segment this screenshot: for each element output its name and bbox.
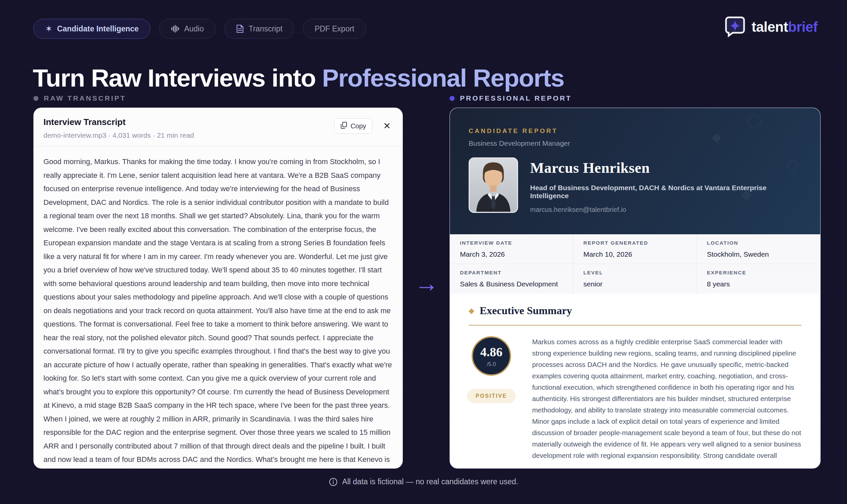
transcript-body[interactable]: Good morning, Markus. Thanks for making …: [33, 146, 403, 469]
nav-label: PDF Export: [314, 24, 354, 33]
fact-value: March 10, 2026: [583, 250, 696, 258]
fact-department: DEPARTMENT Sales & Business Development: [450, 264, 573, 294]
fact-level: LEVEL senior: [573, 264, 697, 294]
executive-summary-text: Markus comes across as a highly credible…: [532, 336, 801, 461]
page-title-accent: Professional Reports: [322, 64, 564, 92]
fact-label: REPORT GENERATED: [583, 240, 696, 246]
transcript-actions: Copy ✕: [334, 118, 393, 134]
bullet-dot-icon: [33, 96, 38, 101]
candidate-facts-grid: INTERVIEW DATE March 3, 2026 REPORT GENE…: [450, 234, 820, 294]
executive-summary-section: ◆ Executive Summary 4.86 /5.0 POSITIVE M…: [450, 294, 820, 461]
nav-audio[interactable]: Audio: [159, 19, 216, 39]
info-icon: [329, 478, 338, 486]
transcript-meta: demo-interview.mp3 · 4,031 words · 21 mi…: [43, 131, 194, 139]
candidate-profile: Marcus Henriksen Head of Business Develo…: [469, 158, 801, 214]
fact-value: Stockholm, Sweden: [707, 250, 820, 258]
fact-value: March 3, 2026: [460, 250, 573, 258]
sentiment-badge: POSITIVE: [467, 389, 516, 403]
section-label-text: RAW TRANSCRIPT: [44, 94, 126, 102]
page-title: Turn Raw Interviews into Professional Re…: [33, 64, 564, 92]
candidate-headline: Head of Business Development, DACH & Nor…: [530, 184, 801, 200]
fact-label: LEVEL: [583, 270, 696, 276]
fact-value: Sales & Business Development: [460, 280, 573, 288]
score-value: 4.86: [480, 345, 503, 359]
score-column: 4.86 /5.0 POSITIVE: [469, 336, 514, 403]
nav-label: Candidate Intelligence: [57, 24, 139, 33]
raw-transcript-section-label: RAW TRANSCRIPT: [33, 94, 126, 102]
app-page: ✶ Candidate Intelligence Audio Transcrip…: [0, 0, 847, 504]
waveform-icon: [171, 24, 180, 33]
close-icon[interactable]: ✕: [381, 120, 393, 133]
fact-value: senior: [583, 280, 696, 288]
professional-report-section-label: PROFESSIONAL REPORT: [450, 94, 572, 102]
copy-icon: [341, 122, 347, 131]
nav-pdf-export[interactable]: PDF Export: [303, 19, 366, 39]
report-header: CANDIDATE REPORT Business Development Ma…: [450, 108, 820, 234]
report-eyebrow: CANDIDATE REPORT: [469, 127, 801, 135]
footer-note: All data is fictional — no real candidat…: [342, 477, 519, 486]
executive-summary-title: Executive Summary: [480, 305, 572, 317]
transcript-card-titles: Interview Transcript demo-interview.mp3 …: [43, 117, 194, 139]
score-badge: 4.86 /5.0: [472, 336, 511, 376]
report-role: Business Development Manager: [469, 139, 801, 147]
fact-interview-date: INTERVIEW DATE March 3, 2026: [450, 234, 573, 264]
top-nav: ✶ Candidate Intelligence Audio Transcrip…: [33, 19, 366, 39]
nav-candidate-intelligence[interactable]: ✶ Candidate Intelligence: [33, 19, 150, 39]
candidate-headshot-photo: [469, 158, 518, 213]
candidate-identity: Marcus Henriksen Head of Business Develo…: [530, 158, 801, 214]
fact-report-generated: REPORT GENERATED March 10, 2026: [573, 234, 697, 264]
fact-label: LOCATION: [707, 240, 820, 246]
brand-name-right: brief: [788, 19, 817, 35]
transcript-title: Interview Transcript: [43, 117, 194, 127]
arrow-right-icon: →: [414, 269, 438, 297]
nav-label: Transcript: [249, 24, 283, 33]
report-card: CANDIDATE REPORT Business Development Ma…: [450, 108, 821, 469]
transcript-card: Interview Transcript demo-interview.mp3 …: [33, 108, 403, 469]
fact-experience: EXPERIENCE 8 years: [697, 264, 820, 294]
nav-transcript[interactable]: Transcript: [224, 19, 294, 39]
brand-name: talentbrief: [752, 19, 817, 35]
page-title-plain: Turn Raw Interviews into: [33, 64, 322, 92]
fact-label: EXPERIENCE: [707, 270, 820, 276]
executive-summary-heading: ◆ Executive Summary: [469, 305, 801, 317]
speech-bubble-diamond-icon: [724, 15, 746, 39]
gold-divider: [469, 325, 801, 325]
candidate-email: marcus.henriksen@talentbrief.io: [530, 206, 801, 214]
copy-button-label: Copy: [350, 122, 366, 130]
executive-summary-body: 4.86 /5.0 POSITIVE Markus comes across a…: [469, 336, 801, 461]
fact-location: LOCATION Stockholm, Sweden: [697, 234, 820, 264]
candidate-name: Marcus Henriksen: [530, 159, 801, 177]
document-icon: [236, 24, 244, 33]
footer-disclaimer: All data is fictional — no real candidat…: [0, 477, 847, 486]
score-denominator: /5.0: [487, 361, 496, 367]
section-label-text: PROFESSIONAL REPORT: [460, 94, 572, 102]
transcript-card-header: Interview Transcript demo-interview.mp3 …: [33, 108, 403, 146]
fact-label: INTERVIEW DATE: [460, 240, 573, 246]
sparkle-icon: ✶: [45, 24, 53, 34]
diamond-icon: ◆: [469, 306, 474, 315]
brand-name-left: talent: [752, 19, 788, 35]
fact-label: DEPARTMENT: [460, 270, 573, 276]
bullet-dot-icon: [450, 96, 455, 101]
brand-logo: talentbrief: [724, 15, 817, 39]
nav-label: Audio: [184, 24, 204, 33]
copy-button[interactable]: Copy: [334, 118, 373, 134]
fact-value: 8 years: [707, 280, 820, 288]
